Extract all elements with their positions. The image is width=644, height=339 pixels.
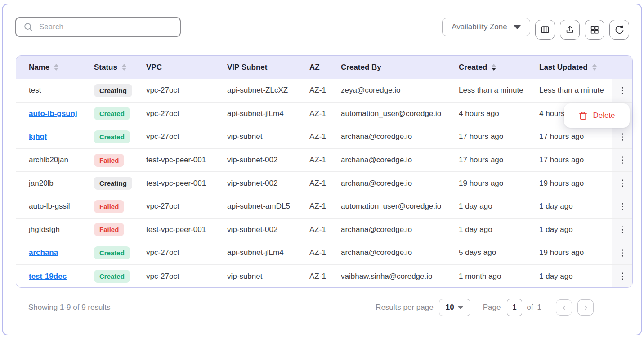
row-created: 1 month ago bbox=[459, 272, 539, 281]
sort-icon[interactable] bbox=[121, 63, 127, 71]
row-created-by: archana@coredge.io bbox=[341, 225, 459, 234]
status-badge: Failed bbox=[94, 223, 124, 236]
status-badge: Failed bbox=[94, 154, 124, 167]
status-badge: Created bbox=[94, 130, 130, 143]
column-header-label: Created By bbox=[341, 63, 381, 72]
row-vip-subnet: vip-subnet bbox=[227, 132, 309, 141]
row-name: jan20lb bbox=[29, 179, 54, 187]
row-last-updated: 19 hours ago bbox=[539, 248, 612, 257]
column-header-label: Last Updated bbox=[539, 63, 588, 72]
row-vpc: vpc-27oct bbox=[146, 272, 227, 281]
sort-icon[interactable] bbox=[591, 63, 598, 71]
row-last-updated: 1 day ago bbox=[539, 225, 612, 234]
column-header-az: AZ bbox=[309, 63, 341, 72]
columns-button[interactable] bbox=[535, 20, 555, 40]
row-az: AZ-1 bbox=[309, 272, 341, 281]
kebab-menu-icon bbox=[622, 203, 623, 210]
row-menu-button[interactable] bbox=[612, 241, 632, 264]
row-created: 17 hours ago bbox=[459, 132, 539, 141]
row-az: AZ-1 bbox=[309, 202, 341, 211]
column-header-vpc: VPC bbox=[146, 63, 227, 72]
row-created: 5 days ago bbox=[459, 248, 539, 257]
prev-page-button[interactable] bbox=[556, 299, 572, 316]
row-az: AZ-1 bbox=[309, 179, 341, 188]
row-menu-button[interactable] bbox=[612, 149, 632, 172]
kebab-menu-icon bbox=[622, 272, 623, 280]
row-name[interactable]: kjhgf bbox=[29, 132, 47, 141]
delete-menu-item[interactable]: Delete bbox=[593, 111, 615, 120]
column-header-vip-subnet: VIP Subnet bbox=[227, 63, 309, 72]
search-icon bbox=[23, 22, 33, 32]
row-name: jhgfdsfgh bbox=[29, 225, 60, 234]
row-menu-button[interactable] bbox=[612, 79, 632, 102]
caret-down-icon bbox=[514, 25, 521, 29]
search-box[interactable] bbox=[15, 17, 181, 37]
row-menu-button[interactable] bbox=[612, 219, 632, 241]
results-per-page-select[interactable]: 10 bbox=[439, 299, 470, 316]
row-name[interactable]: archana bbox=[29, 248, 58, 257]
of-label: of bbox=[527, 303, 533, 312]
table-row: auto-lb-gsunj Created vpc-27oct api-subn… bbox=[16, 103, 632, 126]
page-total: of 1 bbox=[527, 303, 541, 312]
column-header-created[interactable]: Created bbox=[459, 63, 539, 72]
row-menu-button[interactable] bbox=[612, 265, 632, 288]
kebab-menu-icon bbox=[622, 156, 623, 164]
table-row: jhgfdsfgh Failed test-vpc-peer-001 vip-s… bbox=[16, 219, 632, 242]
row-created-by: zeya@coredge.io bbox=[341, 86, 459, 95]
row-vip-subnet: api-subnet-jlLm4 bbox=[227, 248, 309, 257]
row-last-updated: 17 hours ago bbox=[539, 156, 612, 165]
table-row: auto-lb-gssil Failed vpc-27oct api-subne… bbox=[16, 195, 632, 219]
status-badge: Created bbox=[94, 107, 130, 120]
page-number-input[interactable]: 1 bbox=[507, 299, 522, 316]
row-last-updated: 1 day ago bbox=[539, 272, 612, 281]
kebab-menu-icon bbox=[622, 249, 623, 257]
table-row: jan20lb Creating test-vpc-peer-001 vip-s… bbox=[16, 172, 632, 195]
column-header-created-by: Created By bbox=[341, 63, 459, 72]
column-header-name[interactable]: Name bbox=[29, 63, 94, 72]
row-created-by: archana@coredge.io bbox=[341, 156, 459, 165]
row-menu-button[interactable] bbox=[612, 195, 632, 218]
row-created-by: archana@coredge.io bbox=[341, 248, 459, 257]
row-created: 4 hours ago bbox=[459, 109, 539, 118]
row-vip-subnet: api-subnet-ZLcXZ bbox=[227, 86, 309, 95]
row-created: 1 day ago bbox=[459, 202, 539, 211]
status-badge: Creating bbox=[94, 177, 132, 190]
table: NameStatusVPCVIP SubnetAZCreated ByCreat… bbox=[16, 55, 633, 288]
status-badge: Creating bbox=[94, 84, 132, 97]
grid-view-button[interactable] bbox=[585, 20, 604, 40]
columns-icon bbox=[540, 25, 550, 35]
row-vpc: vpc-27oct bbox=[146, 202, 227, 211]
row-az: AZ-1 bbox=[309, 109, 341, 118]
chevron-right-icon bbox=[582, 304, 589, 311]
refresh-button[interactable] bbox=[609, 20, 629, 40]
refresh-icon bbox=[614, 25, 625, 35]
row-vpc: vpc-27oct bbox=[146, 86, 227, 95]
pagination-bar: Showing 1-9 of 9 results Results per pag… bbox=[3, 299, 641, 317]
caret-down-icon bbox=[457, 306, 464, 309]
row-menu-button[interactable] bbox=[612, 172, 632, 195]
availability-zone-dropdown[interactable]: Availability Zone bbox=[442, 18, 530, 36]
table-header: NameStatusVPCVIP SubnetAZCreated ByCreat… bbox=[16, 56, 632, 79]
row-name[interactable]: auto-lb-gsunj bbox=[29, 109, 77, 118]
row-action-menu: Delete bbox=[564, 103, 630, 128]
row-vpc: test-vpc-peer-001 bbox=[146, 225, 227, 234]
row-vip-subnet: vip-subnet-002 bbox=[227, 156, 309, 165]
availability-zone-label: Availability Zone bbox=[452, 22, 507, 31]
search-input[interactable] bbox=[39, 22, 173, 31]
column-header-label: VIP Subnet bbox=[227, 63, 267, 72]
row-az: AZ-1 bbox=[309, 86, 341, 95]
table-body: test Creating vpc-27oct api-subnet-ZLcXZ… bbox=[16, 79, 632, 288]
row-menu-button[interactable] bbox=[612, 125, 632, 148]
column-header-status[interactable]: Status bbox=[94, 63, 146, 72]
sort-icon[interactable] bbox=[53, 63, 59, 71]
sort-icon[interactable] bbox=[491, 63, 497, 71]
row-az: AZ-1 bbox=[309, 156, 341, 165]
column-header-actions bbox=[612, 56, 632, 79]
next-page-button[interactable] bbox=[577, 299, 594, 316]
row-name[interactable]: test-19dec bbox=[29, 272, 67, 281]
export-button[interactable] bbox=[560, 20, 580, 40]
table-row: kjhgf Created vpc-27oct vip-subnet AZ-1 … bbox=[16, 125, 632, 149]
row-created-by: archana@coredge.io bbox=[341, 179, 459, 188]
column-header-last-updated[interactable]: Last Updated bbox=[539, 63, 612, 72]
row-az: AZ-1 bbox=[309, 248, 341, 257]
